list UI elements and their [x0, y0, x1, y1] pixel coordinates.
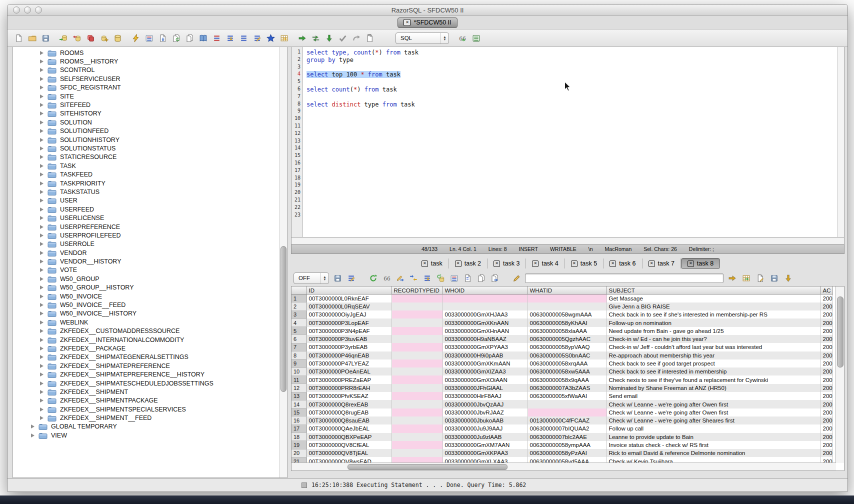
cell-id[interactable]: 00T3000000OiyJgEAJ [306, 310, 392, 318]
cell-whatid[interactable] [528, 408, 606, 416]
cell-ac[interactable]: 200 [820, 360, 832, 368]
cell-recordtypeid[interactable] [392, 384, 442, 392]
cell-ac[interactable]: 200 [820, 408, 832, 416]
cell-subject[interactable]: Check back to see if good target prospec… [606, 360, 820, 368]
cell-whoid[interactable]: 0033000000GmXKnAAN [442, 318, 528, 326]
cell-subject[interactable]: Check-in w/ Ed - can he join this year? [606, 335, 820, 343]
cell-whatid[interactable]: 006300000058ympAAA [528, 441, 606, 449]
editor-hscrollbar[interactable] [291, 238, 844, 244]
row-number-cell[interactable]: 16 [292, 416, 306, 424]
tree-item-site[interactable]: SITE [13, 92, 287, 100]
cell-id[interactable]: 00T3000000P3N4pEAF [306, 327, 392, 335]
save-results-as-icon[interactable] [769, 273, 779, 283]
cell-whatid[interactable]: 00630000005QgzhAAC [528, 335, 606, 343]
cell-subject[interactable]: Check w/ Leanne - we're going after Owen… [606, 400, 820, 408]
disclosure-triangle-icon[interactable] [40, 355, 44, 359]
cell-whatid[interactable]: 006300000058yKhAAI [528, 318, 606, 326]
insert-row-icon[interactable] [408, 273, 418, 283]
tree-item-zkfedex-shipment-feed[interactable]: ZKFEDEX__SHIPMENT__FEED [13, 414, 287, 422]
document-tab[interactable]: *SFDCW50 II [398, 18, 457, 28]
open-file-icon[interactable] [27, 33, 37, 43]
cell-whoid[interactable]: 0033000000JbukoAAB [442, 416, 528, 424]
row-number-cell[interactable]: 1 [292, 294, 306, 302]
results-hscrollbar-thumb[interactable] [348, 464, 508, 470]
disclosure-triangle-icon[interactable] [40, 408, 44, 412]
disclosure-triangle-icon[interactable] [40, 329, 44, 333]
cell-subject[interactable]: Follow up call [606, 424, 820, 432]
disclosure-triangle-icon[interactable] [40, 372, 44, 376]
results-filter-select[interactable]: OFF ▲▼ [294, 272, 329, 284]
result-tab-task[interactable]: task [416, 258, 449, 268]
tree-item-weblink[interactable]: WEBLINK [13, 318, 287, 326]
generate-script-icon[interactable] [755, 273, 765, 283]
results-search-input[interactable] [525, 274, 724, 283]
disclosure-triangle-icon[interactable] [40, 382, 44, 386]
row-number-cell[interactable]: 5 [292, 327, 306, 335]
tree-item-solution[interactable]: SOLUTION [13, 118, 287, 126]
row-number-cell[interactable]: 10 [292, 368, 306, 376]
tree-item-zkfedex-shipmentspecialservices[interactable]: ZKFEDEX__SHIPMENTSPECIALSERVICES [13, 405, 287, 414]
tree-item-task[interactable]: TASK [13, 162, 287, 170]
row-number-cell[interactable]: 17 [292, 424, 306, 432]
tree-item-vote[interactable]: VOTE [13, 266, 287, 274]
tree-item-sitehistory[interactable]: SITEHISTORY [13, 110, 287, 118]
cell-id[interactable]: 00T3000000L0RknEAF [306, 294, 392, 302]
tree-item-zkfedex-internationalcommodity[interactable]: ZKFEDEX__INTERNATIONALCOMMODITY [13, 336, 287, 344]
cell-whoid[interactable]: 0033000000GmXM7AAN [442, 441, 528, 449]
cell-whoid[interactable]: 0033000000JbvRJAAZ [442, 408, 528, 416]
disclosure-triangle-icon[interactable] [40, 86, 44, 90]
cell-subject[interactable]: Check back in to see if she's interested… [606, 310, 820, 318]
go-to-row-icon[interactable] [727, 273, 737, 283]
cell-whoid[interactable] [442, 294, 528, 302]
tree-item-staticresource[interactable]: STATICRESOURCE [13, 153, 287, 162]
tab-close-icon[interactable] [688, 260, 694, 267]
cell-ac[interactable]: 200 [820, 433, 832, 441]
tree-item-taskstatus[interactable]: TASKSTATUS [13, 188, 287, 196]
tree-item-vendor[interactable]: VENDOR [13, 248, 287, 257]
cell-subject[interactable]: Nominated by Shane Freeman at ANZ (HR50) [606, 384, 820, 392]
tree-item-rooms[interactable]: ROOMS [13, 48, 287, 57]
tree-item-zkfedex-shipmatescheduledjobssettings[interactable]: ZKFEDEX__SHIPMATESCHEDULEDJOBSSETTINGS [13, 379, 287, 388]
cell-subject[interactable]: Check back to see if interested in membe… [606, 368, 820, 376]
cell-id[interactable]: 00T3000000PREZaEAP [306, 376, 392, 384]
tree-item-sitefeed[interactable]: SITEFEED [13, 100, 287, 109]
disclosure-triangle-icon[interactable] [40, 155, 44, 159]
result-tab-task-8[interactable]: task 8 [681, 258, 720, 269]
row-number-cell[interactable]: 15 [292, 408, 306, 416]
tree-item-w50-group-history[interactable]: W50_GROUP__HISTORY [13, 284, 287, 292]
tree-scrollbar-thumb[interactable] [280, 246, 286, 392]
save-icon[interactable] [40, 33, 50, 43]
highlight-icon[interactable] [512, 273, 522, 283]
tree-item-zkfedex-shipment[interactable]: ZKFEDEX__SHIPMENT [13, 388, 287, 396]
result-tab-task-5[interactable]: task 5 [565, 258, 604, 268]
cell-ac[interactable]: 200 [820, 392, 832, 400]
fetch-all-icon[interactable] [324, 33, 334, 43]
disclosure-triangle-icon[interactable] [40, 398, 44, 402]
sort-descending-icon[interactable] [422, 273, 432, 283]
disclosure-triangle-icon[interactable] [40, 129, 44, 133]
results-hscrollbar[interactable] [292, 462, 836, 470]
cell-ac[interactable]: 200 [820, 302, 832, 310]
row-number-cell[interactable]: 14 [292, 400, 306, 408]
cell-ac[interactable]: 200 [820, 318, 832, 326]
tree-item-w50-invoice[interactable]: W50_INVOICE [13, 292, 287, 300]
disclosure-triangle-icon[interactable] [40, 268, 44, 272]
disclosure-triangle-icon[interactable] [40, 146, 44, 150]
editor-vscrollbar[interactable] [837, 47, 844, 237]
results-vscrollbar-thumb[interactable] [837, 296, 844, 368]
find-in-results-icon[interactable]: 66 [382, 273, 392, 283]
cell-whatid[interactable]: 00630000005S0bnAAC [528, 352, 606, 360]
cell-recordtypeid[interactable] [392, 302, 442, 310]
import-doc-icon[interactable] [158, 33, 168, 43]
tree-item-userfeed[interactable]: USERFEED [13, 205, 287, 214]
column-header-id[interactable]: ID [306, 286, 392, 294]
cell-ac[interactable]: 200 [820, 441, 832, 449]
copy-selection-icon[interactable] [476, 273, 486, 283]
tree-item-solutionstatus[interactable]: SOLUTIONSTATUS [13, 144, 287, 152]
cell-subject[interactable]: Check nexis to see if they've found a re… [606, 376, 820, 384]
cell-ac[interactable]: 200 [820, 384, 832, 392]
cell-ac[interactable]: 200 [820, 352, 832, 360]
tab-close-icon[interactable] [455, 260, 462, 267]
disclosure-triangle-icon[interactable] [40, 234, 44, 238]
disclosure-triangle-icon[interactable] [40, 112, 44, 116]
